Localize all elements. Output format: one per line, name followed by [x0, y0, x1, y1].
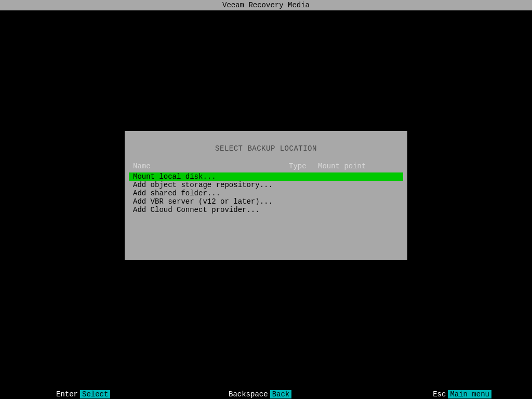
footer-backspace-group: Backspace Back: [229, 390, 291, 398]
list-item-label: Add object storage repository...: [133, 181, 273, 189]
list-item-mount-local-disk[interactable]: Mount local disk...: [129, 172, 403, 181]
footer-action-back[interactable]: Back: [270, 390, 292, 398]
column-header-mount-point: Mount point: [318, 162, 399, 170]
footer-key-enter: Enter: [56, 390, 78, 398]
footer-enter-group: Enter Select: [56, 390, 110, 398]
list-item-add-shared-folder[interactable]: Add shared folder...: [129, 189, 403, 197]
list-item-label: Add shared folder...: [133, 189, 220, 197]
list-item-add-object-storage[interactable]: Add object storage repository...: [129, 181, 403, 189]
select-backup-location-dialog: SELECT BACKUP LOCATION Name Type Mount p…: [125, 131, 407, 260]
list-item-label: Mount local disk...: [133, 172, 216, 181]
list-item-label: Add Cloud Connect provider...: [133, 206, 260, 214]
list-item-add-vbr-server[interactable]: Add VBR server (v12 or later)...: [129, 197, 403, 206]
list-item-add-cloud-connect[interactable]: Add Cloud Connect provider...: [129, 206, 403, 214]
list-item-label: Add VBR server (v12 or later)...: [133, 197, 273, 206]
dialog-title: SELECT BACKUP LOCATION: [125, 131, 407, 160]
column-header-type: Type: [289, 162, 318, 170]
backup-location-list: Mount local disk... Add object storage r…: [125, 172, 407, 214]
footer-action-select[interactable]: Select: [80, 390, 110, 398]
app-title: Veeam Recovery Media: [222, 1, 310, 9]
footer-bar: Enter Select Backspace Back Esc Main men…: [0, 390, 532, 399]
column-header-name: Name: [133, 162, 289, 170]
title-bar: Veeam Recovery Media: [0, 0, 532, 10]
footer-action-main-menu[interactable]: Main menu: [448, 390, 491, 398]
footer-esc-group: Esc Main menu: [433, 390, 491, 398]
footer-key-backspace: Backspace: [229, 390, 268, 398]
footer-key-esc: Esc: [433, 390, 446, 398]
table-header: Name Type Mount point: [125, 160, 407, 172]
